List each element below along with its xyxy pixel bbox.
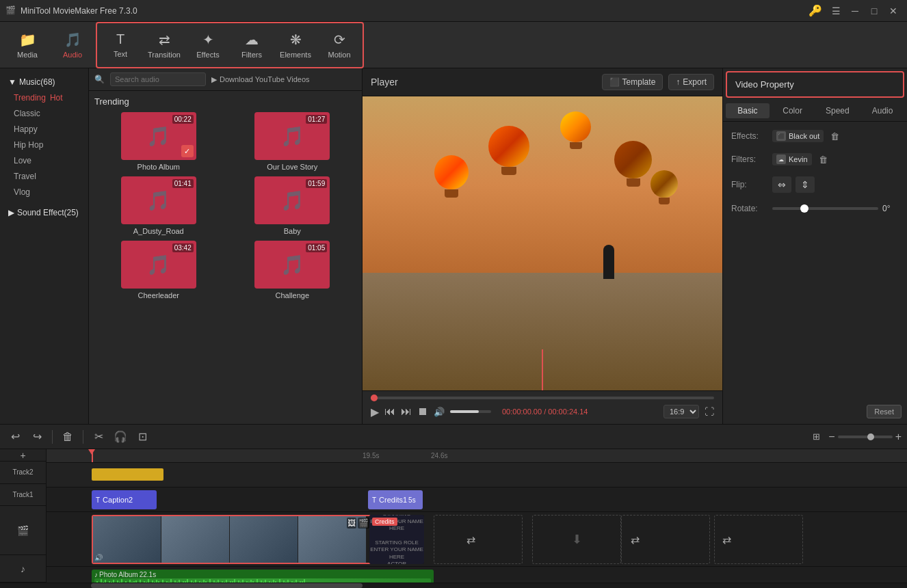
rotate-slider[interactable] (772, 207, 878, 210)
zoom-slider[interactable] (838, 436, 893, 438)
next-button[interactable]: ⏭ (401, 405, 412, 418)
maximize-button[interactable]: □ (866, 3, 882, 19)
stop-button[interactable]: ⏹ (417, 405, 428, 418)
effects-tool-button[interactable]: ✦ Effects (186, 25, 230, 66)
clip-icons: 🖼 🎬 (347, 518, 369, 529)
template-button[interactable]: ⬛ Template (602, 74, 663, 90)
list-item[interactable]: 🎵 00:22 ✓ Photo Album (94, 112, 223, 171)
undo-button[interactable]: ↩ (5, 427, 25, 446)
playhead[interactable] (92, 449, 93, 462)
app-title: MiniTool MovieMaker Free 7.3.0 (21, 6, 809, 16)
crop-button[interactable]: ⊡ (133, 427, 152, 446)
list-item[interactable]: 🎵 01:27 Our Love Story (228, 112, 357, 171)
tab-audio[interactable]: Audio (860, 103, 904, 118)
sidebar-item-hiphop[interactable]: Hip Hop (3, 137, 86, 152)
sidebar-item-sfx[interactable]: ▶ Sound Effect(25) (3, 205, 86, 220)
track2-label: Track2 (0, 462, 46, 484)
motion-tool-button[interactable]: ⟳ Motion (317, 25, 361, 66)
aspect-ratio-select[interactable]: 16:9 9:16 1:1 4:3 (663, 405, 699, 418)
credits1-duration: 5s (408, 496, 416, 504)
trending-title: Trending (94, 96, 356, 107)
template-icon: ⬛ (609, 77, 620, 87)
cut-button[interactable]: ✂ (89, 427, 108, 446)
flip-buttons: ⇔ ⇕ (772, 176, 899, 193)
list-item[interactable]: 🎵 03:42 Cheerleader (94, 241, 223, 299)
empty-slot-3 (621, 515, 710, 564)
volume-icon-clip: 🔊 (94, 554, 103, 561)
text-tool-button[interactable]: T Text (98, 25, 142, 66)
key-icon[interactable]: 🔑 (809, 4, 822, 17)
transition-2[interactable]: ⇄ (461, 526, 480, 553)
player-title: Player (371, 77, 398, 88)
delete-filter-button[interactable]: 🗑 (819, 155, 828, 165)
audio-detach-button[interactable]: 🎧 (111, 427, 130, 446)
audio-clip[interactable]: ♪ Photo Album 22.1s (92, 570, 434, 583)
sidebar-item-vlog[interactable]: Vlog (3, 185, 86, 200)
note-icon: 🎵 (146, 254, 170, 276)
transition-tool-button[interactable]: ⇄ Transition (142, 25, 186, 66)
rotate-label: Rotate: (731, 204, 772, 213)
yt-download-button[interactable]: ▶ Download YouTube Videos (211, 75, 310, 84)
play-button[interactable]: ▶ (371, 405, 379, 418)
fit-button[interactable]: ⊞ (806, 427, 826, 446)
filters-tool-button[interactable]: ☁ Filters (230, 25, 274, 66)
add-media-button[interactable]: + (0, 449, 46, 462)
audio-track-row: ♪ Photo Album 22.1s (47, 567, 907, 583)
empty-slot-2[interactable]: ⬇ (532, 515, 621, 564)
sidebar-item-travel[interactable]: Travel (3, 169, 86, 184)
slider-thumb[interactable] (800, 204, 809, 213)
close-button[interactable]: ✕ (885, 3, 902, 19)
track1-name: Track1 (12, 491, 33, 498)
minimize-button[interactable]: ─ (847, 3, 863, 19)
video-track-icon: 🎬 (17, 525, 29, 536)
property-content: Effects: ⬛ Black out 🗑 Filters: (723, 122, 907, 424)
volume-slider[interactable] (450, 410, 491, 413)
list-item[interactable]: 🎵 01:05 Challenge (228, 241, 357, 299)
credits-video-clip[interactable]: Credits STARRINGENTER YOUR NAME HERESTAR… (369, 515, 424, 564)
filters-value: ☁ Kevin 🗑 (772, 153, 899, 165)
tab-color[interactable]: Color (771, 103, 815, 118)
list-item[interactable]: 🎵 01:41 A_Dusty_Road (94, 176, 223, 235)
main-video-clip[interactable]: 🖼 🎬 🔊 (92, 515, 372, 564)
audio-track-icon: ♪ (21, 563, 25, 574)
reset-button[interactable]: Reset (867, 405, 902, 418)
video-background (363, 96, 722, 390)
flip-horizontal-button[interactable]: ⇔ (772, 176, 791, 193)
duration-badge: 01:41 (172, 179, 194, 188)
sidebar-item-love[interactable]: Love (3, 153, 86, 168)
balloon-2 (488, 126, 529, 174)
audio-track-label: ♪ (0, 555, 46, 583)
sidebar-item-classic[interactable]: Classic (3, 106, 86, 121)
elements-tool-button[interactable]: ❋ Elements (274, 25, 317, 66)
scrollbar-thumb[interactable] (91, 583, 363, 588)
tab-speed[interactable]: Speed (816, 103, 860, 118)
sidebar-item-happy[interactable]: Happy (3, 122, 86, 137)
list-item[interactable]: 🎵 01:59 Baby (228, 176, 357, 235)
caption2-clip[interactable]: T Caption2 (92, 490, 157, 509)
volume-icon[interactable]: 🔊 (434, 407, 445, 417)
filters-icon: ☁ (245, 31, 259, 48)
sidebar-item-music[interactable]: ▼ Music(68) (3, 75, 86, 90)
yellow-bar[interactable] (92, 468, 163, 481)
delete-button[interactable]: 🗑 (58, 427, 77, 446)
flip-vertical-button[interactable]: ⇕ (796, 176, 815, 193)
credits1-clip[interactable]: T Credits1 5s (368, 490, 423, 509)
progress-bar[interactable] (371, 397, 714, 399)
fullscreen-button[interactable]: ⛶ (705, 406, 714, 417)
prev-button[interactable]: ⏮ (384, 405, 395, 418)
menu-button[interactable]: ☰ (828, 3, 844, 19)
delete-effect-button[interactable]: 🗑 (830, 131, 839, 142)
note-icon: 🎵 (280, 189, 304, 212)
player-controls: ▶ ⏮ ⏭ ⏹ 🔊 00:00:00.00 / 00:00:24.14 16:9… (363, 390, 722, 424)
media-tool-button[interactable]: 📁 Media (5, 25, 49, 66)
sidebar-item-trending[interactable]: Trending Hot (3, 90, 86, 105)
redo-button[interactable]: ↪ (27, 427, 47, 446)
audio-name: Cheerleader (137, 291, 179, 299)
ctrl-left: ▶ ⏮ ⏭ ⏹ 🔊 00:00:00.00 / 00:00:24.14 (371, 405, 588, 418)
timeline-scrollbar[interactable] (0, 583, 907, 588)
tab-basic[interactable]: Basic (726, 103, 770, 118)
search-input[interactable] (110, 72, 206, 86)
export-button[interactable]: ↑ Export (668, 74, 714, 90)
player-header: Player ⬛ Template ↑ Export (363, 68, 722, 96)
audio-tool-button[interactable]: 🎵 Audio (51, 25, 94, 66)
